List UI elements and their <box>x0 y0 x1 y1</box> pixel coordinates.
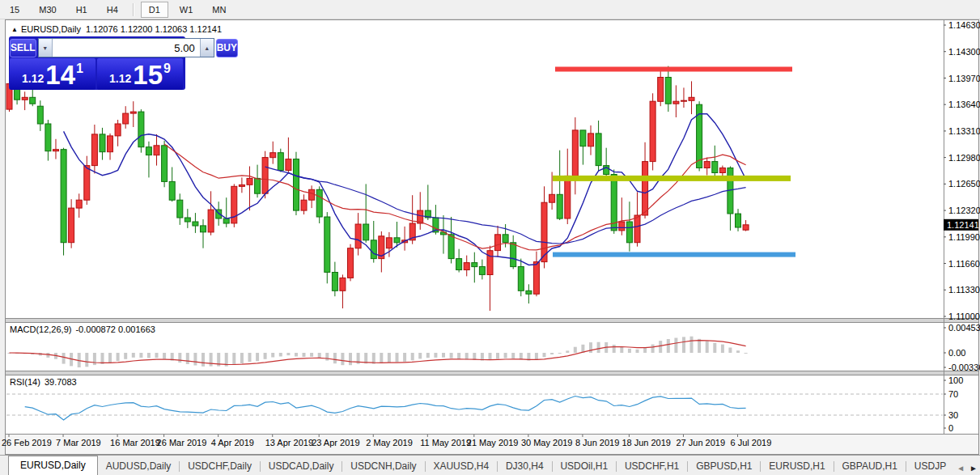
svg-text:1.11330: 1.11330 <box>948 285 980 295</box>
sell-price-box[interactable]: 1.12141 <box>10 58 95 90</box>
svg-text:1.12141: 1.12141 <box>947 220 979 230</box>
svg-text:70: 70 <box>948 389 958 399</box>
svg-text:23 Apr 2019: 23 Apr 2019 <box>312 438 359 447</box>
svg-text:0: 0 <box>948 423 953 433</box>
tab-gbpaud-h1[interactable]: GBPAUD,H1 <box>834 457 906 475</box>
svg-text:0.00: 0.00 <box>948 348 965 358</box>
sell-button[interactable]: SELL <box>10 39 36 57</box>
svg-text:1.14630: 1.14630 <box>948 20 980 30</box>
symbol-name: EURUSD,Daily <box>21 24 81 34</box>
buy-price-prefix: 1.12 <box>109 72 131 85</box>
svg-text:13 Apr 2019: 13 Apr 2019 <box>265 438 313 447</box>
svg-text:-0.003362: -0.003362 <box>948 363 980 372</box>
tab-dj30-h4[interactable]: DJ30,H4 <box>498 457 552 475</box>
sell-price-pip: 1 <box>76 61 83 76</box>
ohlc-values: 1.12076 1.12200 1.12063 1.12141 <box>86 24 222 34</box>
svg-text:26 Feb 2019: 26 Feb 2019 <box>2 438 52 447</box>
tab-scroll-left-icon[interactable]: ◄ <box>957 464 965 473</box>
tab-gbpusd-h1[interactable]: GBPUSD,H1 <box>688 457 760 475</box>
volume-stepper: ▼ ▲ <box>38 38 214 57</box>
volume-decrease-button[interactable]: ▼ <box>39 39 53 57</box>
svg-text:1.13310: 1.13310 <box>948 126 980 136</box>
chart-window: 1.146301.143001.139701.136401.133101.129… <box>5 19 978 454</box>
buy-price-main: 15 <box>133 61 163 90</box>
tab-usdcnh-daily[interactable]: USDCNH,Daily <box>342 457 424 475</box>
svg-text:27 Jun 2019: 27 Jun 2019 <box>677 438 726 447</box>
up-arrow-icon: ▲ <box>204 45 210 51</box>
svg-text:6 Jul 2019: 6 Jul 2019 <box>731 438 772 447</box>
tab-usdchf-h1[interactable]: USDCHF,H1 <box>617 457 687 475</box>
tab-usdchf-daily[interactable]: USDCHF,Daily <box>180 457 260 475</box>
tab-audusd-daily[interactable]: AUDUSD,Daily <box>98 457 180 475</box>
svg-text:16 Mar 2019: 16 Mar 2019 <box>110 438 160 447</box>
macd-values: -0.000872 0.001663 <box>75 324 155 334</box>
trading-platform-window: 15 M30 H1 H4 D1 W1 MN 1.146301.143001.13… <box>0 0 980 475</box>
macd-indicator-label: MACD(12,26,9)-0.000872 0.001663 <box>10 324 155 334</box>
svg-text:21 May 2019: 21 May 2019 <box>467 438 519 447</box>
pivot-line-olive[interactable] <box>553 176 791 181</box>
svg-text:4 Apr 2019: 4 Apr 2019 <box>211 438 254 447</box>
svg-text:1.12320: 1.12320 <box>948 206 980 215</box>
svg-text:11 May 2019: 11 May 2019 <box>420 438 471 447</box>
svg-text:26 Mar 2019: 26 Mar 2019 <box>157 438 207 447</box>
svg-text:1.12650: 1.12650 <box>948 179 980 189</box>
svg-text:1.11000: 1.11000 <box>948 312 980 321</box>
volume-input[interactable] <box>53 39 200 57</box>
down-arrow-icon: ▼ <box>42 45 48 51</box>
svg-text:1.14300: 1.14300 <box>948 47 980 57</box>
tab-usdoil-h1[interactable]: USDOil,H1 <box>552 457 616 475</box>
svg-text:1.11660: 1.11660 <box>948 259 980 269</box>
support-line-blue[interactable] <box>553 252 795 257</box>
resistance-line-red[interactable] <box>555 67 792 72</box>
tab-eurusd-h1[interactable]: EURUSD,H1 <box>761 457 833 475</box>
svg-text:1.13970: 1.13970 <box>948 74 980 83</box>
buy-button[interactable]: BUY <box>216 39 238 57</box>
svg-text:30: 30 <box>948 410 958 420</box>
svg-text:1.13640: 1.13640 <box>948 100 980 109</box>
tab-usdjpy-truncated[interactable]: USDJP <box>906 457 954 475</box>
current-price-tag: 1.12141 <box>944 219 979 231</box>
svg-text:1.12980: 1.12980 <box>948 153 980 163</box>
tab-xauusd-h4[interactable]: XAUUSD,H4 <box>425 457 497 475</box>
macd-name: MACD(12,26,9) <box>10 324 71 334</box>
tab-eurusd-daily[interactable]: EURUSD,Daily <box>8 456 98 475</box>
tab-usdcad-daily[interactable]: USDCAD,Daily <box>261 457 342 475</box>
svg-text:100: 100 <box>948 375 963 385</box>
svg-text:30 May 2019: 30 May 2019 <box>521 438 573 447</box>
tab-scroll-right-icon[interactable]: ► <box>969 464 978 473</box>
rsi-value: 39.7083 <box>45 377 77 387</box>
rsi-indicator-label: RSI(14)39.7083 <box>10 377 77 387</box>
one-click-trading-panel: SELL ▼ ▲ BUY 1.12141 1.12159 <box>9 36 185 90</box>
svg-text:2 May 2019: 2 May 2019 <box>366 438 412 447</box>
buy-price-pip: 9 <box>163 61 171 76</box>
svg-text:8 Jun 2019: 8 Jun 2019 <box>575 438 619 447</box>
rsi-name: RSI(14) <box>10 377 40 387</box>
svg-text:7 Mar 2019: 7 Mar 2019 <box>56 438 101 447</box>
svg-text:18 Jun 2019: 18 Jun 2019 <box>622 438 671 447</box>
svg-text:0.004537: 0.004537 <box>948 323 980 333</box>
sell-price-prefix: 1.12 <box>22 72 44 85</box>
sell-price-main: 14 <box>45 61 75 90</box>
chart-title: ▲EURUSD,Daily1.12076 1.12200 1.12063 1.1… <box>11 24 222 34</box>
buy-price-box[interactable]: 1.12159 <box>97 58 183 90</box>
chart-tab-bar: EURUSD,Daily AUDUSD,Daily USDCHF,Daily U… <box>0 455 980 475</box>
volume-increase-button[interactable]: ▲ <box>200 39 214 57</box>
svg-text:1.11990: 1.11990 <box>948 232 980 242</box>
symbol-marker-icon: ▲ <box>11 26 18 33</box>
